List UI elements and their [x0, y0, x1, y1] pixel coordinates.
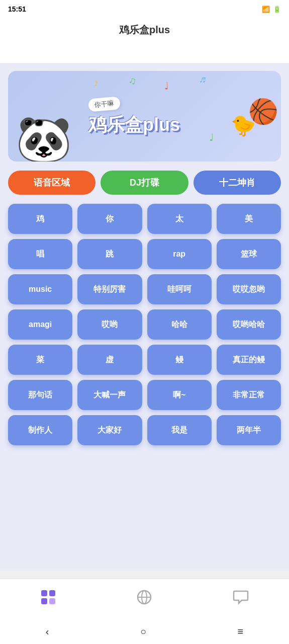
status-bar: 15:51 📶 🔋: [0, 0, 289, 18]
category-buttons: 语音区域 DJ打碟 十二坤肖: [8, 171, 281, 195]
nav-explore[interactable]: [126, 585, 162, 613]
svg-rect-3: [49, 598, 55, 604]
note-1: ♪: [92, 76, 100, 89]
sound-button-25[interactable]: 大家好: [77, 415, 142, 445]
banner: ♪ ♫ ♩ ♬ ♪ ♫ ♩ 🐼 🕶️ 你干嘛 鸡乐盒plus 🐤 🏀: [8, 71, 281, 162]
sound-button-2[interactable]: 太: [147, 204, 212, 234]
sound-button-19[interactable]: 真正的鳗: [217, 345, 281, 375]
main-content: ♪ ♫ ♩ ♬ ♪ ♫ ♩ 🐼 🕶️ 你干嘛 鸡乐盒plus 🐤 🏀 语音区域 …: [0, 63, 289, 571]
sound-button-4[interactable]: 唱: [8, 239, 72, 269]
home-button[interactable]: ○: [128, 622, 158, 641]
signal-icon: 📶: [262, 6, 270, 13]
note-3: ♩: [163, 80, 169, 93]
banner-right: 你干嘛 鸡乐盒plus 🐤 🏀: [88, 93, 281, 140]
sound-grid: 鸡你太美唱跳rap篮球music特别厉害哇呵呵哎哎忽哟amagi哎哟哈哈哎哟哈哈…: [8, 204, 281, 445]
banner-subtitle: 你干嘛: [88, 97, 121, 112]
category-voice[interactable]: 语音区域: [8, 171, 95, 195]
status-time: 15:51: [8, 5, 26, 13]
svg-rect-0: [41, 590, 47, 596]
sound-button-17[interactable]: 虚: [77, 345, 142, 375]
sound-button-23[interactable]: 非常正常: [217, 380, 281, 410]
panda-character: 🐼 🕶️: [11, 76, 86, 162]
sound-button-8[interactable]: music: [8, 274, 72, 304]
sunglasses: 🕶️: [22, 112, 45, 134]
cloud-decoration: [0, 43, 289, 63]
note-2: ♫: [128, 74, 137, 87]
sound-button-10[interactable]: 哇呵呵: [147, 274, 212, 304]
sound-button-13[interactable]: 哎哟: [77, 309, 142, 340]
sound-button-27[interactable]: 两年半: [217, 415, 281, 445]
sound-button-16[interactable]: 菜: [8, 345, 72, 375]
banner-left: 🐼 🕶️: [8, 71, 88, 162]
sound-button-18[interactable]: 鳗: [147, 345, 212, 375]
chat-icon: [233, 589, 249, 609]
app-title: 鸡乐盒plus: [119, 24, 170, 35]
sound-button-5[interactable]: 跳: [77, 239, 142, 269]
sound-button-15[interactable]: 哎哟哈哈: [217, 309, 281, 340]
svg-rect-2: [41, 598, 47, 604]
sound-button-7[interactable]: 篮球: [217, 239, 281, 269]
menu-button[interactable]: ≡: [226, 622, 256, 641]
sound-button-1[interactable]: 你: [77, 204, 142, 234]
system-nav: ‹ ○ ≡: [0, 619, 289, 644]
sound-button-24[interactable]: 制作人: [8, 415, 72, 445]
sound-button-0[interactable]: 鸡: [8, 204, 72, 234]
back-button[interactable]: ‹: [34, 622, 61, 641]
sound-button-3[interactable]: 美: [217, 204, 281, 234]
sound-button-20[interactable]: 那句话: [8, 380, 72, 410]
apps-icon: [40, 589, 56, 609]
explore-icon: [136, 589, 152, 609]
category-dj[interactable]: DJ打碟: [101, 171, 188, 195]
sound-button-6[interactable]: rap: [147, 239, 212, 269]
status-icons: 📶 🔋: [262, 6, 281, 13]
basketball-icon: 🏀: [248, 98, 278, 126]
nav-apps[interactable]: [30, 585, 66, 613]
note-4: ♬: [198, 73, 207, 86]
svg-rect-1: [49, 590, 55, 596]
category-zodiac[interactable]: 十二坤肖: [194, 171, 281, 195]
app-header: 鸡乐盒plus: [0, 18, 289, 43]
cloud-svg: [0, 43, 289, 63]
sound-button-11[interactable]: 哎哎忽哟: [217, 274, 281, 304]
battery-icon: 🔋: [273, 6, 281, 13]
nav-chat[interactable]: [223, 585, 259, 613]
sound-button-22[interactable]: 啊~: [147, 380, 212, 410]
sound-button-26[interactable]: 我是: [147, 415, 212, 445]
bottom-nav: [0, 579, 289, 619]
sound-button-21[interactable]: 大喊一声: [77, 380, 142, 410]
sound-button-9[interactable]: 特别厉害: [77, 274, 142, 304]
sound-button-12[interactable]: amagi: [8, 309, 72, 340]
sound-button-14[interactable]: 哈哈: [147, 309, 212, 340]
